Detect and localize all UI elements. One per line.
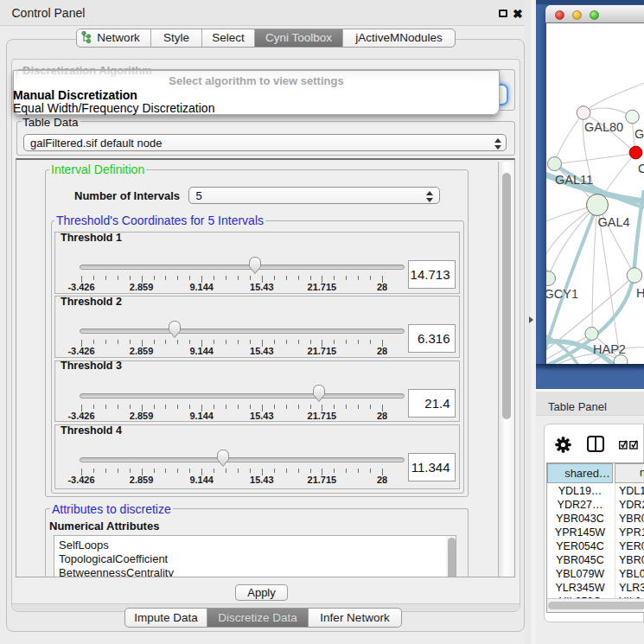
svg-text:H: H <box>636 286 644 300</box>
svg-text:HAP2: HAP2 <box>593 342 626 356</box>
svg-text:GCY1: GCY1 <box>546 287 578 301</box>
svg-text:C: C <box>638 162 644 175</box>
svg-text:GA: GA <box>634 127 644 141</box>
svg-text:GAL4: GAL4 <box>598 215 630 229</box>
svg-text:GAL80: GAL80 <box>584 120 623 134</box>
svg-text:GAL11: GAL11 <box>555 173 593 187</box>
